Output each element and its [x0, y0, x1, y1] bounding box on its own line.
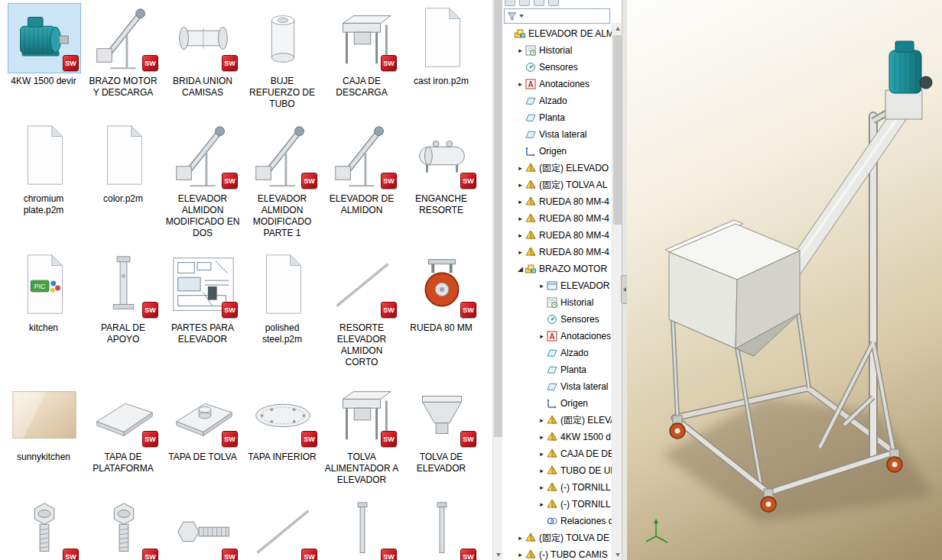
hopper[interactable]	[665, 220, 800, 356]
tree-item[interactable]: ▸ (固定) ELEVADO	[502, 160, 612, 176]
drive-motor-assembly[interactable]	[873, 41, 932, 121]
expand-arrow[interactable]: ▸	[516, 181, 525, 189]
expand-arrow[interactable]: ▸	[538, 467, 546, 474]
expand-arrow[interactable]: ▸	[516, 551, 525, 558]
file-item[interactable]: SW PARAL DE APOYO	[86, 250, 162, 345]
expand-arrow[interactable]: ▸	[538, 484, 546, 491]
tree-item[interactable]: ▸ RUEDA 80 MM-4	[502, 244, 612, 261]
file-item[interactable]: SW ELEVADOR DE ALMIDON	[324, 121, 401, 216]
funnel-icon[interactable]	[507, 11, 517, 21]
tree-item[interactable]: Historial	[502, 294, 612, 311]
file-item[interactable]: SW PARTES PARA ELEVADOR	[165, 250, 242, 345]
file-item[interactable]: SW TAPA DE TOLVA	[165, 379, 242, 463]
expand-arrow[interactable]: ▸	[516, 80, 525, 88]
file-item[interactable]: SW	[6, 497, 83, 560]
file-item[interactable]: SW	[404, 497, 480, 560]
expand-arrow[interactable]: ▸	[516, 198, 525, 206]
file-item[interactable]: SW RESORTE ELEVADOR ALMIDON CORTO	[324, 250, 401, 368]
file-item[interactable]: SW RUEDA 80 MM	[404, 250, 480, 334]
part-icon	[546, 498, 558, 510]
tree-item[interactable]: ▸ RUEDA 80 MM-4	[502, 210, 612, 227]
file-item[interactable]: SW polished steel.p2m	[245, 250, 321, 345]
panel-tab-icon[interactable]	[505, 0, 515, 6]
tree-item[interactable]: ▸ Anotaciones	[502, 328, 612, 345]
tree-item[interactable]: ▸ TUBO DE UI	[502, 462, 612, 479]
scrollbar-thumb[interactable]	[613, 35, 622, 225]
scrollbar-thumb[interactable]	[494, 0, 502, 437]
file-item[interactable]: SW BUJE REFUERZO DE TUBO	[245, 3, 321, 110]
file-item[interactable]: SW BRIDA UNION CAMISAS	[165, 3, 242, 99]
tree-item[interactable]: Origen	[502, 395, 612, 412]
file-item[interactable]: SW	[245, 497, 321, 560]
tree-item[interactable]: Sensores	[502, 311, 612, 328]
file-item[interactable]: SW BRAZO MOTOR Y DESCARGA	[86, 3, 162, 99]
tree-item[interactable]: Vista lateral	[502, 378, 612, 395]
panel-tab-icon[interactable]	[519, 0, 530, 6]
tree-item[interactable]: ▸ (固定) TOLVA AL	[502, 176, 612, 193]
tree-item-label: (-) TORNILL	[560, 482, 611, 493]
file-item[interactable]: SW CAJA DE DESCARGA	[324, 3, 401, 99]
file-thumbnail: SW	[246, 379, 320, 449]
tree-item[interactable]: ▸ RUEDA 80 MM-4	[502, 227, 612, 244]
chevron-down-icon[interactable]	[519, 15, 524, 18]
tree-item[interactable]: ▸ Anotaciones	[502, 76, 612, 92]
expand-arrow[interactable]: ▸	[516, 231, 525, 239]
tree-item[interactable]: ▸ (-) TORNILL	[502, 479, 612, 496]
file-item[interactable]: SW ENGANCHE RESORTE	[404, 121, 480, 216]
tree-item[interactable]: ▸ Historial	[502, 42, 612, 59]
file-item[interactable]: SW 4KW 1500 devir	[6, 3, 83, 87]
tree-item[interactable]: ▸ (-) TORNILL	[502, 496, 612, 513]
file-item[interactable]: SW chromium plate.p2m	[6, 121, 83, 216]
tree-item[interactable]: Alzado	[502, 92, 612, 109]
file-item[interactable]: SW TOLVA ALIMENTADOR A ELEVADOR	[324, 379, 401, 486]
panel-tab-icon[interactable]	[548, 0, 559, 6]
expand-arrow[interactable]: ▸	[538, 433, 546, 441]
file-thumbnail: SW	[246, 121, 320, 191]
tree-item[interactable]: ▸ (固定) ELEVA	[502, 412, 612, 429]
file-item[interactable]: SW kitchen	[6, 250, 83, 334]
file-item[interactable]: SW TOLVA DE ELEVADOR	[404, 379, 480, 474]
file-item[interactable]: SW ELEVADOR ALMIDON MODIFICADO PARTE 1	[245, 121, 321, 239]
expand-arrow[interactable]: ▸	[538, 416, 546, 424]
tree-item[interactable]: Planta	[502, 109, 612, 126]
tree-item[interactable]: Relaciones d	[502, 513, 612, 529]
tree-item[interactable]: Vista lateral	[502, 126, 612, 143]
expand-arrow[interactable]: ▸	[538, 332, 546, 340]
tree-item[interactable]: ◢ BRAZO MOTOR	[502, 261, 612, 277]
file-item[interactable]: SW	[165, 497, 242, 560]
tree-item[interactable]: ▸ (固定) TOLVA DE	[502, 529, 612, 546]
expand-arrow[interactable]: ▸	[516, 248, 525, 256]
expand-arrow[interactable]: ▸	[516, 47, 525, 54]
tree-item[interactable]: Sensores	[502, 59, 612, 76]
file-panel-scrollbar[interactable]	[492, 0, 502, 560]
file-item[interactable]: SW	[86, 497, 162, 560]
tree-item[interactable]: ▸ CAJA DE DE	[502, 445, 612, 462]
tree-item[interactable]: ▸ RUEDA 80 MM-4	[502, 193, 612, 210]
3d-viewport[interactable]	[627, 0, 942, 560]
file-item[interactable]: SW ELEVADOR ALMIDON MODIFICADO EN DOS	[165, 121, 242, 239]
expand-arrow[interactable]: ▸	[516, 534, 525, 542]
expand-arrow[interactable]: ▸	[538, 500, 546, 508]
file-item[interactable]: SW cast iron.p2m	[404, 3, 480, 87]
expand-arrow[interactable]: ▸	[538, 282, 546, 290]
expand-arrow[interactable]: ▸	[538, 450, 546, 458]
file-item[interactable]: SW color.p2m	[86, 121, 162, 205]
file-item[interactable]: SW	[324, 497, 401, 560]
expand-arrow[interactable]: ▸	[516, 215, 525, 222]
tree-item[interactable]: Planta	[502, 361, 612, 378]
tree-item[interactable]: Origen	[502, 143, 612, 160]
tree-item[interactable]: ▸ (-) TUBO CAMIS	[502, 546, 612, 560]
panel-tab-icon[interactable]	[534, 0, 544, 6]
model-canvas[interactable]	[627, 0, 942, 560]
file-item[interactable]: SW TAPA INFERIOR	[245, 379, 321, 463]
tree-filter-box[interactable]	[504, 8, 610, 24]
tree-item[interactable]: Alzado	[502, 345, 612, 361]
tree-item[interactable]: ▸ ELEVADOR I	[502, 277, 612, 294]
file-item[interactable]: SW TAPA DE PLATAFORMA	[86, 379, 162, 474]
expand-arrow[interactable]: ▸	[516, 164, 525, 172]
file-item[interactable]: SW sunnykitchen	[6, 379, 83, 463]
tree-item-label: RUEDA 80 MM-4	[539, 230, 609, 241]
expand-arrow[interactable]: ◢	[516, 265, 525, 273]
tree-item[interactable]: ELEVADOR DE ALMI	[502, 25, 612, 42]
tree-item[interactable]: ▸ 4KW 1500 d	[502, 429, 612, 445]
